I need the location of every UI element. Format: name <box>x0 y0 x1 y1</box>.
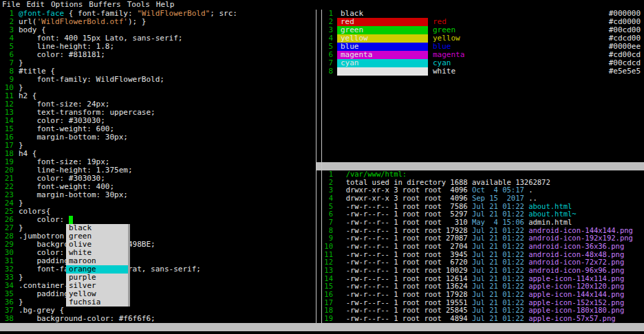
menu-file[interactable]: File <box>2 1 21 9</box>
code-line[interactable]: 35 padding: 60px 50px; <box>0 290 315 298</box>
color-hex: #e5e5e5 <box>609 67 641 76</box>
menu-buffers[interactable]: Buffers <box>89 1 120 9</box>
dired-row[interactable]: 14 -rw-r--r-- 1 root root 12614 Jul 21 0… <box>323 275 644 283</box>
code-line[interactable]: 24} <box>0 199 315 208</box>
editor-lines: 1@font-face { font-family: "WildFlowerBo… <box>0 10 315 323</box>
file-date: Jul 21 01:22 <box>472 267 524 274</box>
file-name[interactable]: android-icon-48x48.png <box>528 251 624 258</box>
file-name[interactable]: android-icon-192x192.png <box>528 234 633 242</box>
completion-item[interactable]: fuchsia <box>66 298 128 307</box>
code-line[interactable]: 20 line-height: 1.375em; <box>0 166 315 175</box>
file-name[interactable]: android-icon-72x72.png <box>528 258 624 266</box>
code-line[interactable]: 23 margin-bottom: 30px; <box>0 191 315 199</box>
menu-edit[interactable]: Edit <box>27 1 45 9</box>
code-line[interactable]: 32 font-family: Montserrat, sans-serif; <box>0 265 315 274</box>
menu-help[interactable]: Help <box>156 1 175 9</box>
file-date: Oct 4 05:17 <box>472 186 524 194</box>
code-line[interactable]: 28.jumbotron { <box>0 232 315 241</box>
code-line[interactable]: 17} <box>0 142 315 150</box>
file-name[interactable]: apple-icon-144x144.png <box>528 291 624 298</box>
code-line[interactable]: 1@font-face { font-family: "WildFlowerBo… <box>0 10 315 18</box>
code-line[interactable]: 19 font-size: 19px; <box>0 158 315 166</box>
text: .jumbotron { <box>19 232 73 241</box>
dired-row[interactable]: 7 -rw-r--r-- 1 root root 310 May 4 15:06… <box>323 219 644 227</box>
file-name[interactable]: apple-icon-120x120.png <box>528 282 624 290</box>
file-name[interactable]: about.html <box>528 203 572 210</box>
code-line[interactable]: 4 font: 400 15px Lato, sans-serif; <box>0 34 315 43</box>
file-name[interactable]: android-icon-96x96.png <box>528 267 624 274</box>
code-line[interactable]: 6 color: #818181; <box>0 51 315 59</box>
dired-row[interactable]: 12 -rw-r--r-- 1 root root 6720 Jul 21 01… <box>323 258 644 267</box>
file-name[interactable]: apple-icon-152x152.png <box>528 299 624 307</box>
code-line[interactable]: 38 background-color: #f6f6f6; <box>0 315 315 323</box>
code-line[interactable]: 18h4 { <box>0 150 315 158</box>
file-name[interactable]: android-icon-36x36.png <box>528 243 624 250</box>
dired-row[interactable]: 10 -rw-r--r-- 1 root root 2704 Jul 21 01… <box>323 243 644 251</box>
dired-row[interactable]: 5 -rw-r--r-- 1 root root 7586 Jul 21 01:… <box>323 203 644 211</box>
line-content: @font-face { font-family: "WildFlowerBol… <box>19 10 237 18</box>
dired-row[interactable]: 9 -rw-r--r-- 1 root root 27087 Jul 21 01… <box>323 234 644 243</box>
menu-tools[interactable]: Tools <box>127 1 150 9</box>
code-line[interactable]: 25colors{ <box>0 208 315 216</box>
code-line[interactable]: 5 line-height: 1.8; <box>0 43 315 51</box>
code-line[interactable]: 7} <box>0 59 315 67</box>
code-line[interactable]: 31 padding: 100px 25px; <box>0 257 315 265</box>
dired-row[interactable]: 3 drwxr-xr-x 3 root root 4096 Oct 4 05:1… <box>323 186 644 194</box>
code-line[interactable]: 21 color: #303030; <box>0 175 315 183</box>
code-line[interactable]: 15 font-weight: 600; <box>0 125 315 133</box>
code-line[interactable]: 9 font-family: WildFlowerBold; <box>0 76 315 84</box>
line-content: color: #818181; <box>19 51 105 59</box>
line-content: } <box>19 274 23 282</box>
dired-row[interactable]: 16 -rw-r--r-- 1 root root 17928 Jul 21 0… <box>323 291 644 299</box>
dired-window[interactable]: 1 /var/www/html:2 total used in director… <box>323 170 644 323</box>
code-line[interactable]: 14 color: #303030; <box>0 117 315 125</box>
text: color: #303030; <box>19 175 105 183</box>
file-name[interactable]: android-icon-144x144.png <box>528 227 633 234</box>
dired-row[interactable]: 8 -rw-r--r-- 1 root root 17928 Jul 21 01… <box>323 227 644 235</box>
code-line[interactable]: 27} <box>0 224 315 232</box>
file-name[interactable]: apple-icon-57x57.png <box>528 315 615 322</box>
file-name[interactable]: apple-icon-180x180.png <box>528 307 624 314</box>
window-divider[interactable] <box>321 10 322 323</box>
dired-row[interactable]: 2 total used in directory 1688 available… <box>323 179 644 187</box>
code-line[interactable]: 11h2 { <box>0 92 315 100</box>
code-line[interactable]: 37.bg-grey { <box>0 307 315 315</box>
code-line[interactable]: 34.container-fluid { <box>0 282 315 290</box>
text: text-transform: uppercase; <box>19 109 155 117</box>
code-line[interactable]: 12 font-size: 24px; <box>0 100 315 109</box>
code-line[interactable]: 16 margin-bottom: 30px; <box>0 133 315 142</box>
code-line[interactable]: 33} <box>0 274 315 282</box>
code-line[interactable]: 3body { <box>0 26 315 34</box>
text: body { <box>19 26 46 34</box>
menu-options[interactable]: Options <box>51 1 83 9</box>
colors-buffer-window[interactable]: 1blackblack#0000002redred#cd00003greengr… <box>323 10 644 162</box>
code-line[interactable]: 8#title { <box>0 67 315 76</box>
editor-window[interactable]: 1@font-face { font-family: "WildFlowerBo… <box>0 10 315 323</box>
code-line[interactable]: 26 color: <box>0 216 315 224</box>
dired-row[interactable]: 19 -rw-r--r-- 1 root root 4894 Jul 21 01… <box>323 315 644 323</box>
file-date: Jul 21 01:22 <box>472 282 524 290</box>
dired-row[interactable]: 18 -rw-r--r-- 1 root root 25845 Jul 21 0… <box>323 307 644 315</box>
dired-row[interactable]: 17 -rw-r--r-- 1 root root 19551 Jul 21 0… <box>323 299 644 307</box>
code-line[interactable]: 29 background-color: #2498BE; <box>0 241 315 249</box>
dired-row[interactable]: 15 -rw-r--r-- 1 root root 13624 Jul 21 0… <box>323 282 644 291</box>
dired-row[interactable]: 6 -rw-r--r-- 1 root root 5297 Jul 21 01:… <box>323 210 644 219</box>
dired-row[interactable]: 13 -rw-r--r-- 1 root root 10029 Jul 21 0… <box>323 267 644 275</box>
dired-row[interactable]: 1 /var/www/html: <box>323 170 644 179</box>
dired-row[interactable]: 11 -rw-r--r-- 1 root root 3945 Jul 21 01… <box>323 251 644 259</box>
code-line[interactable]: 30 color: #ffffff; <box>0 249 315 257</box>
window-divider[interactable] <box>316 10 316 323</box>
code-line[interactable]: 10} <box>0 84 315 92</box>
file-name[interactable]: apple-icon-114x114.png <box>528 275 624 282</box>
code-line[interactable]: 2url('WildFlowerBold.otf'); } <box>0 18 315 26</box>
dired-row[interactable]: 4 drwxr-xr-x 3 root root 4096 Sep 15 201… <box>323 194 644 203</box>
code-line[interactable]: 13 text-transform: uppercase; <box>0 109 315 117</box>
code-line[interactable]: 36} <box>0 298 315 307</box>
spacer <box>455 67 609 76</box>
file-name[interactable]: about.html~ <box>528 210 577 218</box>
line-content: font-size: 19px; <box>19 158 109 166</box>
code-line[interactable]: 22 font-weight: 400; <box>0 183 315 191</box>
line-content: #title { <box>19 67 55 76</box>
echo-area[interactable] <box>0 331 644 334</box>
text: -rw-r--r-- 1 root root 17928 <box>337 227 472 234</box>
